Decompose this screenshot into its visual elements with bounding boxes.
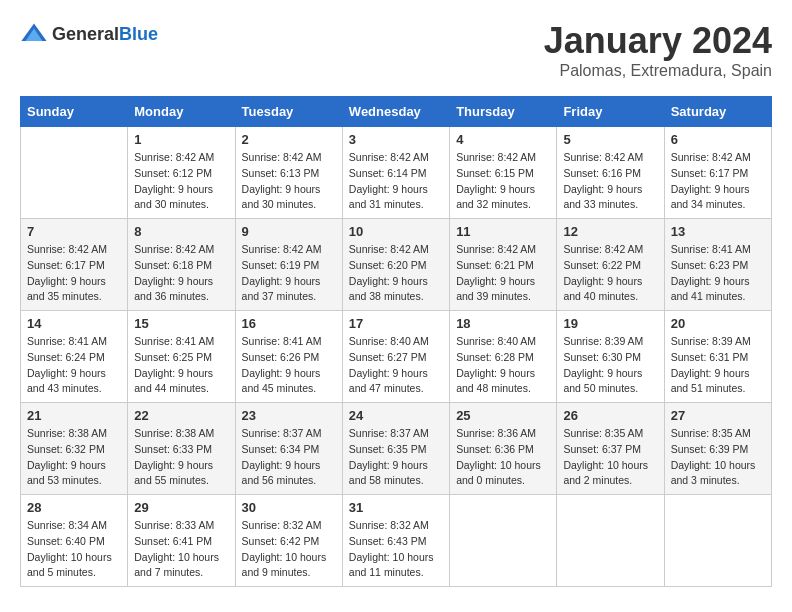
calendar-cell-w1-d5: 4 Sunrise: 8:42 AM Sunset: 6:15 PM Dayli…: [450, 127, 557, 219]
calendar-cell-w4-d2: 22 Sunrise: 8:38 AM Sunset: 6:33 PM Dayl…: [128, 403, 235, 495]
sunrise-text: Sunrise: 8:39 AM: [671, 335, 751, 347]
day-number: 9: [242, 224, 336, 239]
calendar-header-row: Sunday Monday Tuesday Wednesday Thursday…: [21, 97, 772, 127]
sunrise-text: Sunrise: 8:42 AM: [563, 151, 643, 163]
daylight-text: Daylight: 9 hours and 53 minutes.: [27, 459, 106, 487]
day-info: Sunrise: 8:41 AM Sunset: 6:26 PM Dayligh…: [242, 334, 336, 397]
sunrise-text: Sunrise: 8:41 AM: [27, 335, 107, 347]
week-row-5: 28 Sunrise: 8:34 AM Sunset: 6:40 PM Dayl…: [21, 495, 772, 587]
day-info: Sunrise: 8:34 AM Sunset: 6:40 PM Dayligh…: [27, 518, 121, 581]
day-info: Sunrise: 8:33 AM Sunset: 6:41 PM Dayligh…: [134, 518, 228, 581]
calendar-cell-w4-d4: 24 Sunrise: 8:37 AM Sunset: 6:35 PM Dayl…: [342, 403, 449, 495]
sunrise-text: Sunrise: 8:42 AM: [27, 243, 107, 255]
col-tuesday: Tuesday: [235, 97, 342, 127]
sunrise-text: Sunrise: 8:32 AM: [242, 519, 322, 531]
sunrise-text: Sunrise: 8:42 AM: [456, 243, 536, 255]
sunset-text: Sunset: 6:12 PM: [134, 167, 212, 179]
day-info: Sunrise: 8:42 AM Sunset: 6:20 PM Dayligh…: [349, 242, 443, 305]
sunset-text: Sunset: 6:15 PM: [456, 167, 534, 179]
daylight-text: Daylight: 9 hours and 38 minutes.: [349, 275, 428, 303]
sunset-text: Sunset: 6:30 PM: [563, 351, 641, 363]
day-info: Sunrise: 8:41 AM Sunset: 6:25 PM Dayligh…: [134, 334, 228, 397]
sunset-text: Sunset: 6:36 PM: [456, 443, 534, 455]
day-number: 31: [349, 500, 443, 515]
day-number: 22: [134, 408, 228, 423]
day-number: 13: [671, 224, 765, 239]
col-sunday: Sunday: [21, 97, 128, 127]
sunset-text: Sunset: 6:17 PM: [671, 167, 749, 179]
day-number: 15: [134, 316, 228, 331]
daylight-text: Daylight: 9 hours and 40 minutes.: [563, 275, 642, 303]
sunrise-text: Sunrise: 8:41 AM: [134, 335, 214, 347]
page-header: GeneralBlue January 2024 Palomas, Extrem…: [20, 20, 772, 80]
daylight-text: Daylight: 10 hours and 0 minutes.: [456, 459, 541, 487]
sunset-text: Sunset: 6:32 PM: [27, 443, 105, 455]
day-number: 20: [671, 316, 765, 331]
daylight-text: Daylight: 9 hours and 44 minutes.: [134, 367, 213, 395]
week-row-2: 7 Sunrise: 8:42 AM Sunset: 6:17 PM Dayli…: [21, 219, 772, 311]
col-saturday: Saturday: [664, 97, 771, 127]
day-info: Sunrise: 8:42 AM Sunset: 6:13 PM Dayligh…: [242, 150, 336, 213]
day-info: Sunrise: 8:38 AM Sunset: 6:32 PM Dayligh…: [27, 426, 121, 489]
sunset-text: Sunset: 6:41 PM: [134, 535, 212, 547]
daylight-text: Daylight: 9 hours and 43 minutes.: [27, 367, 106, 395]
calendar-cell-w4-d6: 26 Sunrise: 8:35 AM Sunset: 6:37 PM Dayl…: [557, 403, 664, 495]
sunrise-text: Sunrise: 8:42 AM: [563, 243, 643, 255]
day-info: Sunrise: 8:42 AM Sunset: 6:14 PM Dayligh…: [349, 150, 443, 213]
sunrise-text: Sunrise: 8:37 AM: [349, 427, 429, 439]
day-number: 17: [349, 316, 443, 331]
week-row-1: 1 Sunrise: 8:42 AM Sunset: 6:12 PM Dayli…: [21, 127, 772, 219]
daylight-text: Daylight: 9 hours and 47 minutes.: [349, 367, 428, 395]
day-info: Sunrise: 8:42 AM Sunset: 6:12 PM Dayligh…: [134, 150, 228, 213]
day-info: Sunrise: 8:40 AM Sunset: 6:27 PM Dayligh…: [349, 334, 443, 397]
sunrise-text: Sunrise: 8:36 AM: [456, 427, 536, 439]
day-number: 3: [349, 132, 443, 147]
sunset-text: Sunset: 6:43 PM: [349, 535, 427, 547]
daylight-text: Daylight: 9 hours and 45 minutes.: [242, 367, 321, 395]
daylight-text: Daylight: 9 hours and 50 minutes.: [563, 367, 642, 395]
sunrise-text: Sunrise: 8:40 AM: [349, 335, 429, 347]
sunrise-text: Sunrise: 8:37 AM: [242, 427, 322, 439]
daylight-text: Daylight: 9 hours and 36 minutes.: [134, 275, 213, 303]
calendar-cell-w2-d5: 11 Sunrise: 8:42 AM Sunset: 6:21 PM Dayl…: [450, 219, 557, 311]
sunrise-text: Sunrise: 8:42 AM: [349, 243, 429, 255]
day-info: Sunrise: 8:41 AM Sunset: 6:23 PM Dayligh…: [671, 242, 765, 305]
week-row-4: 21 Sunrise: 8:38 AM Sunset: 6:32 PM Dayl…: [21, 403, 772, 495]
daylight-text: Daylight: 9 hours and 30 minutes.: [134, 183, 213, 211]
sunset-text: Sunset: 6:23 PM: [671, 259, 749, 271]
sunrise-text: Sunrise: 8:39 AM: [563, 335, 643, 347]
day-info: Sunrise: 8:42 AM Sunset: 6:16 PM Dayligh…: [563, 150, 657, 213]
sunset-text: Sunset: 6:22 PM: [563, 259, 641, 271]
day-info: Sunrise: 8:38 AM Sunset: 6:33 PM Dayligh…: [134, 426, 228, 489]
daylight-text: Daylight: 10 hours and 5 minutes.: [27, 551, 112, 579]
sunset-text: Sunset: 6:16 PM: [563, 167, 641, 179]
day-number: 24: [349, 408, 443, 423]
daylight-text: Daylight: 9 hours and 56 minutes.: [242, 459, 321, 487]
calendar-cell-w1-d7: 6 Sunrise: 8:42 AM Sunset: 6:17 PM Dayli…: [664, 127, 771, 219]
day-info: Sunrise: 8:42 AM Sunset: 6:18 PM Dayligh…: [134, 242, 228, 305]
sunset-text: Sunset: 6:20 PM: [349, 259, 427, 271]
sunset-text: Sunset: 6:14 PM: [349, 167, 427, 179]
daylight-text: Daylight: 9 hours and 51 minutes.: [671, 367, 750, 395]
calendar-cell-w3-d2: 15 Sunrise: 8:41 AM Sunset: 6:25 PM Dayl…: [128, 311, 235, 403]
daylight-text: Daylight: 9 hours and 55 minutes.: [134, 459, 213, 487]
calendar-cell-w5-d5: [450, 495, 557, 587]
calendar-cell-w5-d4: 31 Sunrise: 8:32 AM Sunset: 6:43 PM Dayl…: [342, 495, 449, 587]
calendar-cell-w3-d6: 19 Sunrise: 8:39 AM Sunset: 6:30 PM Dayl…: [557, 311, 664, 403]
day-number: 4: [456, 132, 550, 147]
sunset-text: Sunset: 6:26 PM: [242, 351, 320, 363]
daylight-text: Daylight: 10 hours and 2 minutes.: [563, 459, 648, 487]
logo-text-general: General: [52, 24, 119, 44]
day-info: Sunrise: 8:41 AM Sunset: 6:24 PM Dayligh…: [27, 334, 121, 397]
day-info: Sunrise: 8:42 AM Sunset: 6:22 PM Dayligh…: [563, 242, 657, 305]
day-info: Sunrise: 8:37 AM Sunset: 6:34 PM Dayligh…: [242, 426, 336, 489]
calendar-cell-w3-d4: 17 Sunrise: 8:40 AM Sunset: 6:27 PM Dayl…: [342, 311, 449, 403]
day-info: Sunrise: 8:40 AM Sunset: 6:28 PM Dayligh…: [456, 334, 550, 397]
day-number: 14: [27, 316, 121, 331]
calendar-table: Sunday Monday Tuesday Wednesday Thursday…: [20, 96, 772, 587]
sunrise-text: Sunrise: 8:38 AM: [134, 427, 214, 439]
daylight-text: Daylight: 9 hours and 39 minutes.: [456, 275, 535, 303]
day-info: Sunrise: 8:42 AM Sunset: 6:15 PM Dayligh…: [456, 150, 550, 213]
calendar-cell-w4-d5: 25 Sunrise: 8:36 AM Sunset: 6:36 PM Dayl…: [450, 403, 557, 495]
sunrise-text: Sunrise: 8:42 AM: [242, 151, 322, 163]
